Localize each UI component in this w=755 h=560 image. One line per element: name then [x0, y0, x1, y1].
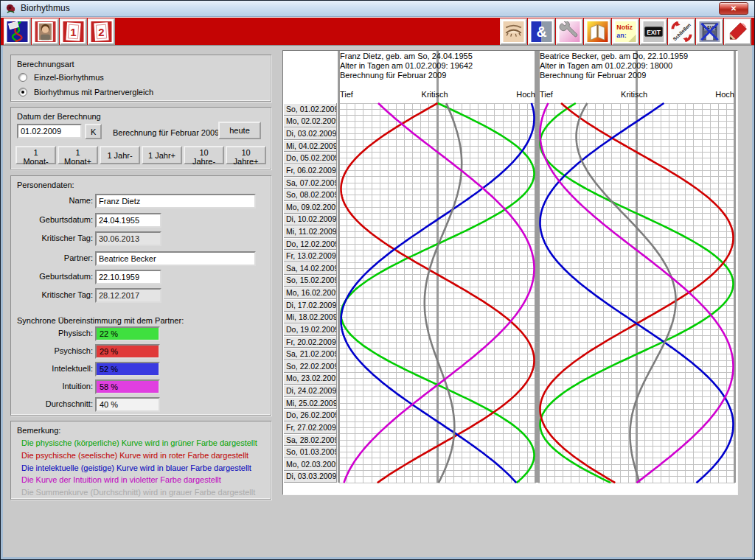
chart-date-row: Sa, 14.02.2009: [284, 262, 337, 275]
chart-date-row: Sa, 28.02.2009: [284, 434, 337, 447]
sync-fill: 22 %: [97, 328, 159, 340]
chart-date-row: Mo, 02.03.2009: [284, 458, 337, 471]
schliessen-button[interactable]: Schließen: [668, 18, 695, 45]
chart-date-row: So, 22.02.2009: [284, 360, 337, 373]
sync-label: Physisch:: [15, 329, 93, 337]
portrait-photo-button[interactable]: [32, 18, 59, 45]
wrench-button[interactable]: [556, 18, 583, 45]
chart-date-row: Do, 12.02.2009: [284, 238, 337, 251]
title-bar: Biorhythmus ✕: [0, 0, 755, 17]
closed-eye-icon: [503, 21, 524, 42]
field-input-geburtsdatum-4[interactable]: [95, 270, 161, 284]
biorhythm-curves-button[interactable]: [4, 18, 31, 45]
portrait-photo-icon: [35, 21, 56, 42]
field-input-kritischertag-5[interactable]: [95, 288, 161, 303]
sync-label: Durchschnitt:: [15, 399, 93, 408]
radio-circle[interactable]: [18, 88, 27, 97]
axis-label-hoch: Hoch: [516, 90, 535, 102]
notebook-button[interactable]: [584, 18, 611, 45]
sync-value: 58 %: [97, 382, 118, 391]
field-label: Kritischer Tag:: [15, 234, 93, 242]
chart-header-2: Beatrice Becker, geb. am Do, 22.10.1959A…: [540, 52, 734, 80]
chart-date-row: Mi, 11.02.2009: [284, 225, 337, 238]
chart-date-row: So, 08.02.2009: [284, 189, 337, 201]
sync-value: 40 %: [97, 400, 118, 409]
chart-date-row: Mo, 16.02.2009: [284, 287, 337, 299]
sync-label: Intuition:: [15, 382, 93, 391]
person2-photo-button[interactable]: 2: [88, 18, 115, 45]
chart-date-row: Fr, 06.02.2009: [284, 164, 337, 177]
save-disabled-button[interactable]: SAVE: [696, 18, 723, 45]
radio-label: Biorhythmus mit Partnervergleich: [34, 88, 153, 97]
pencil-button[interactable]: [724, 18, 751, 45]
radio-label: Einzel-Biorhythmus: [34, 73, 104, 82]
date-input[interactable]: [17, 124, 82, 139]
axis-labels-2: TiefKritischHoch: [538, 90, 736, 102]
berechnungsart-title: Berechnungsart: [17, 60, 74, 69]
chart-header-1: Franz Dietz, geb. am So, 24.04.1955Alter…: [340, 52, 535, 80]
nav-button-1jahr+[interactable]: 1 Jahr+: [142, 146, 182, 164]
axis-label-kritisch: Kritisch: [422, 90, 448, 102]
bemerkung-line: Die Kurve der Intuition wird in violette…: [21, 475, 221, 484]
chart-date-row: Do, 05.02.2009: [284, 152, 337, 164]
chart-date-row: Fr, 27.02.2009: [284, 421, 337, 434]
person1-photo-button[interactable]: 1: [60, 18, 87, 45]
field-input-kritischertag-2[interactable]: [95, 231, 161, 246]
axis-label-hoch: Hoch: [715, 90, 734, 102]
field-label: Kritischer Tag:: [15, 290, 93, 299]
ampersand-button[interactable]: &: [528, 18, 555, 45]
toolbar-right-group: & Notiz an: EXIT: [500, 18, 751, 45]
chart-header-line: Alter in Tagen am 01.02.2009: 18000: [540, 61, 734, 71]
svg-text:an:: an:: [616, 32, 626, 39]
ampersand-icon: &: [531, 21, 552, 42]
person2-photo-icon: 2: [91, 21, 112, 42]
close-button[interactable]: ✕: [719, 2, 748, 15]
heute-button[interactable]: heute: [218, 122, 261, 139]
field-label: Geburtsdatum:: [15, 272, 93, 281]
chart-date-row: Di, 10.02.2009: [284, 214, 337, 226]
app-icon: [5, 3, 16, 14]
chart-header-line: Berechnung für Februar 2009: [340, 71, 535, 80]
field-input-partner-3[interactable]: [95, 251, 256, 266]
chart-date-row: Mo, 23.02.2009: [284, 373, 337, 385]
notiz-button[interactable]: Notiz an:: [612, 18, 639, 45]
nav-button-1jahr-[interactable]: 1 Jahr-: [100, 146, 140, 164]
sync-title: Synchrone Übereinstimmung mit dem Partne…: [17, 316, 184, 325]
chart-date-row: So, 01.03.2009: [284, 446, 337, 458]
radio-circle[interactable]: [18, 73, 27, 82]
bemerkung-title: Bemerkung:: [17, 426, 60, 435]
svg-text:EXIT: EXIT: [647, 29, 661, 36]
biorhythm-curves-icon: [7, 21, 28, 42]
svg-text:&: &: [536, 24, 546, 40]
bemerkung-groupbox: Bemerkung: Die physische (körperliche) K…: [10, 421, 271, 500]
chart-date-row: Di, 03.03.2009: [284, 471, 337, 483]
sync-fill: 40 %: [97, 399, 159, 410]
berechnungsart-groupbox: Berechnungsart Einzel-Biorhythmus Biorhy…: [10, 55, 271, 102]
sync-value: 52 %: [97, 365, 118, 374]
nav-button-1monat+[interactable]: 1 Monat+: [58, 146, 98, 164]
sync-bar-physisch: 22 %: [95, 326, 160, 341]
field-label: Geburtsdatum:: [15, 215, 93, 224]
chart-date-row: Fr, 13.02.2009: [284, 250, 337, 262]
radio-einzel-biorhythmus[interactable]: Einzel-Biorhythmus: [18, 71, 104, 83]
field-label: Partner:: [15, 253, 93, 262]
chart-date-row: Do, 19.02.2009: [284, 323, 337, 336]
axis-label-tief: Tief: [340, 90, 353, 102]
closed-eye-button[interactable]: [500, 18, 527, 45]
field-input-geburtsdatum-1[interactable]: [95, 213, 161, 228]
chart-date-row: Fr, 20.02.2009: [284, 336, 337, 349]
exit-button[interactable]: EXIT: [640, 18, 667, 45]
nav-button-1monat-[interactable]: 1 Monat-: [15, 146, 56, 164]
nav-button-10jahre+[interactable]: 10 Jahre+: [226, 146, 266, 164]
calendar-k-button[interactable]: K: [85, 124, 102, 139]
sync-fill: 52 %: [97, 363, 159, 375]
chart-date-row: Do, 26.02.2009: [284, 410, 337, 422]
datum-groupbox: Datum der Berechnung K Berechnung für Fe…: [10, 107, 271, 169]
nav-button-10jahre-[interactable]: 10 Jahre-: [184, 146, 224, 164]
chart-date-row: Mi, 18.02.2009: [284, 312, 337, 324]
bemerkung-line: Die psychische (seelische) Kurve wird in…: [21, 451, 248, 460]
chart-header-line: Alter in Tagen am 01.02.2009: 19642: [340, 61, 535, 71]
field-input-name-0[interactable]: [95, 194, 256, 209]
radio-partnervergleich[interactable]: Biorhythmus mit Partnervergleich: [18, 86, 153, 98]
sync-value: 29 %: [97, 347, 118, 356]
